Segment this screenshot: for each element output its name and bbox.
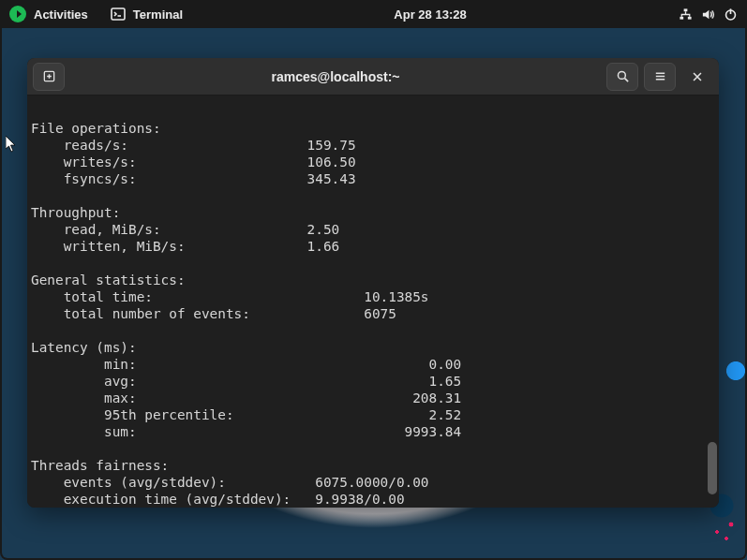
term-line: 95th percentile: 2.52 — [31, 407, 461, 422]
term-line: max: 208.31 — [31, 391, 461, 405]
term-line: avg: 1.65 — [31, 374, 461, 389]
term-line: written, MiB/s: 1.66 — [31, 239, 339, 254]
window-titlebar[interactable]: ramces@localhost:~ — [27, 58, 719, 96]
term-line: read, MiB/s: 2.50 — [31, 222, 339, 237]
term-line: total number of events: 6075 — [31, 306, 396, 321]
gnome-topbar: Activities Terminal Apr 28 13:28 — [0, 0, 747, 28]
distro-logo-icon — [9, 6, 26, 22]
network-wired-icon — [678, 7, 693, 22]
power-icon — [723, 7, 738, 22]
term-line: events (avg/stddev): 6075.0000/0.00 — [31, 475, 429, 490]
close-button[interactable] — [681, 63, 713, 91]
svg-rect-1 — [683, 8, 687, 11]
volume-icon — [700, 7, 715, 22]
term-line: total time: 10.1385s — [31, 289, 429, 304]
svg-rect-5 — [729, 8, 731, 14]
mouse-cursor-icon — [6, 136, 17, 153]
app-menu[interactable]: Terminal — [111, 7, 183, 22]
svg-rect-2 — [680, 16, 683, 19]
term-line: File operations: — [31, 121, 161, 136]
status-menu[interactable] — [678, 7, 738, 22]
term-line: writes/s: 106.50 — [31, 155, 356, 169]
terminal-output[interactable]: File operations: reads/s: 159.75 writes/… — [27, 96, 719, 508]
term-line: sum: 9993.84 — [31, 424, 461, 439]
activities-label: Activities — [34, 7, 88, 22]
clock-label: Apr 28 13:28 — [394, 7, 466, 22]
term-line: min: 0.00 — [31, 357, 461, 372]
activities-button[interactable]: Activities — [9, 6, 88, 22]
svg-rect-3 — [687, 16, 691, 19]
app-menu-label: Terminal — [133, 7, 183, 22]
window-title: ramces@localhost:~ — [70, 69, 601, 84]
clock-menu[interactable]: Apr 28 13:28 — [394, 7, 466, 22]
new-tab-button[interactable] — [33, 63, 65, 91]
terminal-window: ramces@localhost:~ File operations: read… — [27, 58, 719, 508]
term-line: fsyncs/s: 345.43 — [31, 171, 356, 186]
svg-rect-0 — [112, 8, 125, 20]
term-line: Threads fairness: — [31, 458, 169, 473]
search-button[interactable] — [606, 63, 638, 91]
term-line: reads/s: 159.75 — [31, 138, 356, 153]
terminal-app-icon — [111, 7, 126, 22]
term-line: General statistics: — [31, 273, 186, 287]
scrollbar-thumb[interactable] — [708, 442, 717, 494]
term-line: Throughput: — [31, 205, 120, 220]
term-line: Latency (ms): — [31, 340, 137, 355]
svg-point-7 — [618, 71, 625, 79]
term-line: execution time (avg/stddev): 9.9938/0.00 — [31, 492, 405, 507]
hamburger-menu-button[interactable] — [644, 63, 676, 91]
